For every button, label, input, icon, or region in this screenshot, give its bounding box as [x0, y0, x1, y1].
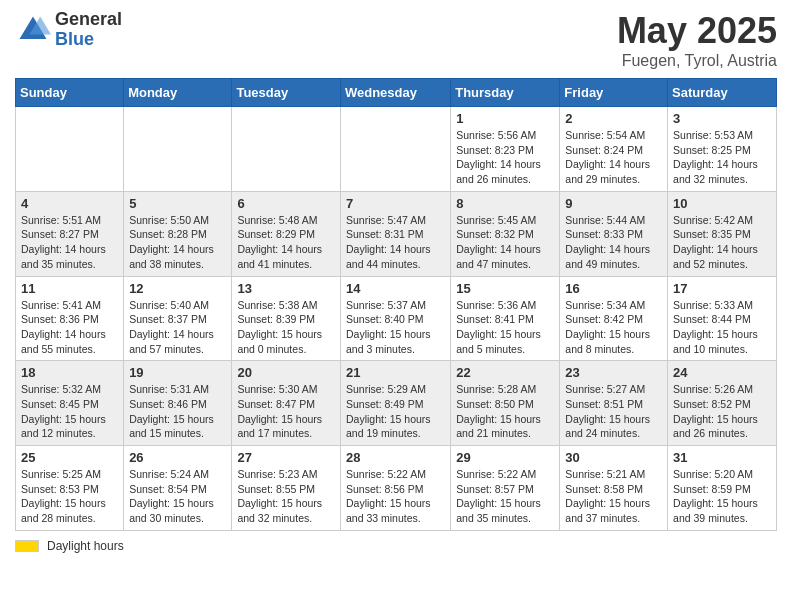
day-number: 12	[129, 281, 226, 296]
table-row: 27Sunrise: 5:23 AM Sunset: 8:55 PM Dayli…	[232, 446, 341, 531]
day-info: Sunrise: 5:45 AM Sunset: 8:32 PM Dayligh…	[456, 213, 554, 272]
table-row: 8Sunrise: 5:45 AM Sunset: 8:32 PM Daylig…	[451, 191, 560, 276]
calendar-row-2: 4Sunrise: 5:51 AM Sunset: 8:27 PM Daylig…	[16, 191, 777, 276]
col-sunday: Sunday	[16, 79, 124, 107]
table-row: 31Sunrise: 5:20 AM Sunset: 8:59 PM Dayli…	[668, 446, 777, 531]
table-row: 4Sunrise: 5:51 AM Sunset: 8:27 PM Daylig…	[16, 191, 124, 276]
table-row: 22Sunrise: 5:28 AM Sunset: 8:50 PM Dayli…	[451, 361, 560, 446]
day-info: Sunrise: 5:27 AM Sunset: 8:51 PM Dayligh…	[565, 382, 662, 441]
table-row: 11Sunrise: 5:41 AM Sunset: 8:36 PM Dayli…	[16, 276, 124, 361]
day-info: Sunrise: 5:26 AM Sunset: 8:52 PM Dayligh…	[673, 382, 771, 441]
table-row: 26Sunrise: 5:24 AM Sunset: 8:54 PM Dayli…	[124, 446, 232, 531]
day-number: 11	[21, 281, 118, 296]
table-row: 13Sunrise: 5:38 AM Sunset: 8:39 PM Dayli…	[232, 276, 341, 361]
day-number: 14	[346, 281, 445, 296]
day-info: Sunrise: 5:31 AM Sunset: 8:46 PM Dayligh…	[129, 382, 226, 441]
table-row: 21Sunrise: 5:29 AM Sunset: 8:49 PM Dayli…	[340, 361, 450, 446]
day-info: Sunrise: 5:41 AM Sunset: 8:36 PM Dayligh…	[21, 298, 118, 357]
day-info: Sunrise: 5:34 AM Sunset: 8:42 PM Dayligh…	[565, 298, 662, 357]
title-section: May 2025 Fuegen, Tyrol, Austria	[617, 10, 777, 70]
table-row: 17Sunrise: 5:33 AM Sunset: 8:44 PM Dayli…	[668, 276, 777, 361]
day-info: Sunrise: 5:36 AM Sunset: 8:41 PM Dayligh…	[456, 298, 554, 357]
day-info: Sunrise: 5:22 AM Sunset: 8:56 PM Dayligh…	[346, 467, 445, 526]
table-row: 24Sunrise: 5:26 AM Sunset: 8:52 PM Dayli…	[668, 361, 777, 446]
table-row: 28Sunrise: 5:22 AM Sunset: 8:56 PM Dayli…	[340, 446, 450, 531]
day-number: 2	[565, 111, 662, 126]
table-row: 23Sunrise: 5:27 AM Sunset: 8:51 PM Dayli…	[560, 361, 668, 446]
logo-general-text: General	[55, 10, 122, 30]
day-info: Sunrise: 5:24 AM Sunset: 8:54 PM Dayligh…	[129, 467, 226, 526]
page: General Blue May 2025 Fuegen, Tyrol, Aus…	[0, 0, 792, 568]
table-row: 15Sunrise: 5:36 AM Sunset: 8:41 PM Dayli…	[451, 276, 560, 361]
day-info: Sunrise: 5:56 AM Sunset: 8:23 PM Dayligh…	[456, 128, 554, 187]
table-row	[16, 107, 124, 192]
legend-box	[15, 540, 39, 552]
day-info: Sunrise: 5:53 AM Sunset: 8:25 PM Dayligh…	[673, 128, 771, 187]
month-title: May 2025	[617, 10, 777, 52]
day-info: Sunrise: 5:33 AM Sunset: 8:44 PM Dayligh…	[673, 298, 771, 357]
day-number: 22	[456, 365, 554, 380]
day-info: Sunrise: 5:54 AM Sunset: 8:24 PM Dayligh…	[565, 128, 662, 187]
location-title: Fuegen, Tyrol, Austria	[617, 52, 777, 70]
day-number: 9	[565, 196, 662, 211]
day-info: Sunrise: 5:48 AM Sunset: 8:29 PM Dayligh…	[237, 213, 335, 272]
logo-blue-text: Blue	[55, 30, 122, 50]
day-number: 26	[129, 450, 226, 465]
table-row: 9Sunrise: 5:44 AM Sunset: 8:33 PM Daylig…	[560, 191, 668, 276]
header: General Blue May 2025 Fuegen, Tyrol, Aus…	[15, 10, 777, 70]
table-row	[340, 107, 450, 192]
table-row: 2Sunrise: 5:54 AM Sunset: 8:24 PM Daylig…	[560, 107, 668, 192]
day-info: Sunrise: 5:22 AM Sunset: 8:57 PM Dayligh…	[456, 467, 554, 526]
day-number: 21	[346, 365, 445, 380]
day-info: Sunrise: 5:28 AM Sunset: 8:50 PM Dayligh…	[456, 382, 554, 441]
day-number: 29	[456, 450, 554, 465]
header-row: Sunday Monday Tuesday Wednesday Thursday…	[16, 79, 777, 107]
day-number: 20	[237, 365, 335, 380]
day-number: 3	[673, 111, 771, 126]
table-row: 3Sunrise: 5:53 AM Sunset: 8:25 PM Daylig…	[668, 107, 777, 192]
legend-label: Daylight hours	[47, 539, 124, 553]
day-number: 28	[346, 450, 445, 465]
col-tuesday: Tuesday	[232, 79, 341, 107]
day-info: Sunrise: 5:29 AM Sunset: 8:49 PM Dayligh…	[346, 382, 445, 441]
table-row: 25Sunrise: 5:25 AM Sunset: 8:53 PM Dayli…	[16, 446, 124, 531]
day-info: Sunrise: 5:21 AM Sunset: 8:58 PM Dayligh…	[565, 467, 662, 526]
day-info: Sunrise: 5:50 AM Sunset: 8:28 PM Dayligh…	[129, 213, 226, 272]
day-info: Sunrise: 5:38 AM Sunset: 8:39 PM Dayligh…	[237, 298, 335, 357]
table-row: 10Sunrise: 5:42 AM Sunset: 8:35 PM Dayli…	[668, 191, 777, 276]
table-row: 6Sunrise: 5:48 AM Sunset: 8:29 PM Daylig…	[232, 191, 341, 276]
day-number: 27	[237, 450, 335, 465]
footer: Daylight hours	[15, 539, 777, 553]
day-number: 18	[21, 365, 118, 380]
day-number: 6	[237, 196, 335, 211]
day-info: Sunrise: 5:23 AM Sunset: 8:55 PM Dayligh…	[237, 467, 335, 526]
day-number: 10	[673, 196, 771, 211]
day-info: Sunrise: 5:40 AM Sunset: 8:37 PM Dayligh…	[129, 298, 226, 357]
table-row	[124, 107, 232, 192]
day-number: 24	[673, 365, 771, 380]
table-row: 14Sunrise: 5:37 AM Sunset: 8:40 PM Dayli…	[340, 276, 450, 361]
table-row: 12Sunrise: 5:40 AM Sunset: 8:37 PM Dayli…	[124, 276, 232, 361]
day-info: Sunrise: 5:42 AM Sunset: 8:35 PM Dayligh…	[673, 213, 771, 272]
table-row: 7Sunrise: 5:47 AM Sunset: 8:31 PM Daylig…	[340, 191, 450, 276]
day-number: 13	[237, 281, 335, 296]
day-number: 17	[673, 281, 771, 296]
table-row: 29Sunrise: 5:22 AM Sunset: 8:57 PM Dayli…	[451, 446, 560, 531]
day-number: 5	[129, 196, 226, 211]
calendar-row-1: 1Sunrise: 5:56 AM Sunset: 8:23 PM Daylig…	[16, 107, 777, 192]
day-info: Sunrise: 5:37 AM Sunset: 8:40 PM Dayligh…	[346, 298, 445, 357]
day-info: Sunrise: 5:51 AM Sunset: 8:27 PM Dayligh…	[21, 213, 118, 272]
table-row: 18Sunrise: 5:32 AM Sunset: 8:45 PM Dayli…	[16, 361, 124, 446]
table-row	[232, 107, 341, 192]
day-number: 19	[129, 365, 226, 380]
col-monday: Monday	[124, 79, 232, 107]
day-number: 25	[21, 450, 118, 465]
day-info: Sunrise: 5:32 AM Sunset: 8:45 PM Dayligh…	[21, 382, 118, 441]
calendar-row-5: 25Sunrise: 5:25 AM Sunset: 8:53 PM Dayli…	[16, 446, 777, 531]
table-row: 19Sunrise: 5:31 AM Sunset: 8:46 PM Dayli…	[124, 361, 232, 446]
day-info: Sunrise: 5:47 AM Sunset: 8:31 PM Dayligh…	[346, 213, 445, 272]
logo: General Blue	[15, 10, 122, 50]
day-info: Sunrise: 5:20 AM Sunset: 8:59 PM Dayligh…	[673, 467, 771, 526]
day-info: Sunrise: 5:30 AM Sunset: 8:47 PM Dayligh…	[237, 382, 335, 441]
day-number: 15	[456, 281, 554, 296]
